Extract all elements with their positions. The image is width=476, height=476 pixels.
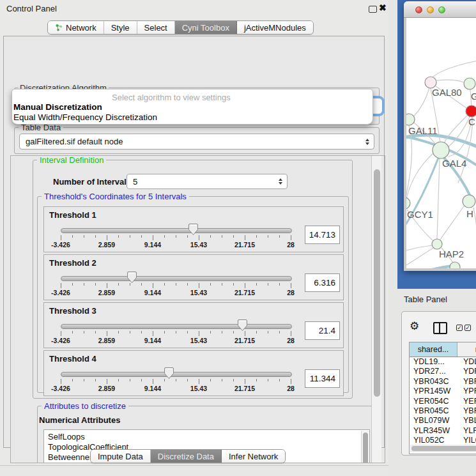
slider-thumb[interactable]	[127, 271, 137, 284]
tab-cyni-toolbox[interactable]: Cyni Toolbox	[175, 21, 237, 34]
network-edge[interactable]	[406, 245, 432, 256]
network-node-label: C	[468, 116, 475, 127]
threshold-value-field[interactable]: 11.344	[305, 369, 340, 388]
checkbox-icon[interactable]: ✓	[456, 325, 463, 331]
tab-infer-network[interactable]: Infer Network	[222, 450, 285, 463]
threshold-4-panel: Threshold 4-3.4262.8599.14415.4321.71528…	[43, 350, 344, 396]
network-node-label: GAL4	[442, 158, 466, 169]
threshold-value-field[interactable]: 21.4	[305, 321, 340, 340]
network-edge[interactable]	[406, 248, 433, 268]
list-scrollbar[interactable]	[361, 431, 369, 463]
gear-icon[interactable]: ⚙	[410, 319, 419, 333]
tab-style[interactable]: Style	[104, 21, 137, 34]
table-row[interactable]: YBL079WYBL0	[410, 416, 476, 426]
vertical-scrollbar[interactable]	[371, 156, 381, 463]
stepper-icon	[279, 178, 282, 185]
tab-label: Cyni Toolbox	[182, 23, 229, 33]
threshold-rows: Threshold 1-3.4262.8599.14415.4321.71528…	[43, 206, 344, 398]
split-columns-icon[interactable]	[433, 322, 447, 334]
slider-ticks	[61, 235, 291, 241]
screen: Control Panel ✖ Network Style Select Cyn…	[0, 0, 476, 476]
threshold-label: Threshold 2	[49, 258, 96, 268]
stepper-icon	[365, 139, 369, 145]
network-edge[interactable]	[440, 205, 464, 240]
network-edge[interactable]	[406, 265, 457, 268]
network-node[interactable]	[406, 114, 415, 125]
attribute-list-item[interactable]: SelfLoops	[44, 432, 369, 442]
slider-thumb[interactable]	[164, 367, 174, 380]
slider-track[interactable]	[61, 276, 292, 281]
network-node[interactable]	[464, 78, 475, 89]
table-row[interactable]: YBR043CYBR0	[410, 377, 476, 387]
table-row[interactable]: YLR345WYLR3	[410, 426, 476, 436]
network-node[interactable]	[406, 197, 410, 209]
scrollbar-thumb[interactable]	[374, 169, 380, 397]
panel-title: Control Panel	[6, 4, 57, 13]
table-data-combobox[interactable]: galFiltered.sif default node	[19, 134, 374, 150]
network-node[interactable]	[466, 105, 476, 117]
algorithm-option-equal-width[interactable]: Equal Width/Frequency Discretization	[13, 112, 157, 122]
threshold-3-panel: Threshold 3-3.4262.8599.14415.4321.71528…	[43, 302, 344, 348]
num-intervals-combobox[interactable]: 5	[127, 174, 288, 189]
tab-label: Style	[111, 23, 130, 33]
tab-impute-data[interactable]: Impute Data	[91, 450, 151, 463]
threshold-label: Threshold 1	[49, 210, 96, 220]
scrollbar-thumb[interactable]	[411, 446, 476, 451]
network-node-label: GCY1	[407, 209, 433, 220]
network-edge[interactable]	[437, 158, 440, 239]
network-edge[interactable]	[436, 80, 464, 82]
horizontal-scrollbar[interactable]	[410, 445, 476, 452]
threshold-value-field[interactable]: 14.713	[305, 226, 340, 244]
table-row[interactable]: YDR27...YDR2	[410, 367, 476, 376]
network-edge[interactable]	[406, 158, 438, 240]
settings-scrollpane: Interval Definition Number of Intervals …	[10, 155, 385, 463]
float-window-icon[interactable]	[369, 6, 377, 13]
network-node-label: H	[466, 208, 473, 219]
algorithm-dropdown-popup: Select algorithm to view settings Manual…	[12, 89, 373, 125]
minimize-traffic-light[interactable]	[427, 6, 434, 13]
network-window-titlebar[interactable]	[404, 1, 476, 18]
slider-tick-labels: -3.4262.8599.14415.4321.71528	[61, 337, 291, 344]
network-node[interactable]	[432, 239, 442, 249]
column-header-name[interactable]: n...	[457, 342, 476, 357]
network-edge[interactable]	[414, 88, 429, 116]
network-edge[interactable]	[406, 153, 433, 199]
tab-discretize-data[interactable]: Discretize Data	[151, 450, 222, 463]
checkbox-icon[interactable]: ✓	[464, 325, 471, 331]
tab-select[interactable]: Select	[137, 21, 175, 34]
slider-thumb[interactable]	[237, 319, 248, 332]
network-node[interactable]	[450, 262, 460, 268]
network-node[interactable]	[463, 195, 475, 208]
slider-ticks	[61, 379, 291, 385]
slider-track[interactable]	[61, 228, 292, 233]
close-traffic-light[interactable]	[415, 6, 422, 13]
network-node-label: HAP2	[439, 249, 464, 259]
tab-network[interactable]: Network	[48, 21, 104, 34]
slider-tick-labels: -3.4262.8599.14415.4321.71528	[61, 241, 291, 249]
table-row[interactable]: YDL19...YDL1	[410, 357, 476, 367]
network-edge[interactable]	[433, 61, 476, 77]
bottom-strip	[0, 465, 388, 476]
table-row[interactable]: YER054CYER0	[410, 397, 476, 406]
bottom-tab-bar: Impute Data Discretize Data Infer Networ…	[90, 449, 286, 463]
num-intervals-value: 5	[127, 177, 279, 187]
slider-track[interactable]	[61, 324, 292, 329]
table-header: shared... n...	[410, 342, 476, 357]
column-header-shared[interactable]: shared...	[410, 342, 457, 357]
network-canvas[interactable]: GAL80GACGAL11GAL4HGCY1HAP2	[406, 18, 476, 268]
network-node[interactable]	[433, 142, 449, 158]
slider-thumb[interactable]	[188, 223, 199, 236]
table-row[interactable]: YPR145WYPR1	[410, 387, 476, 396]
zoom-traffic-light[interactable]	[438, 6, 445, 13]
numerical-attributes-label: Numerical Attributes	[39, 415, 120, 425]
close-icon[interactable]: ✖	[379, 3, 387, 13]
tab-label: Select	[144, 23, 167, 33]
slider-track[interactable]	[61, 372, 292, 377]
network-desktop: GAL80GACGAL11GAL4HGCY1HAP2	[397, 0, 476, 289]
threshold-value-field[interactable]: 6.316	[305, 273, 340, 292]
table-row[interactable]: YBR045CYBR0	[410, 406, 476, 416]
tab-jactivemnodules[interactable]: jActiveMNodules	[237, 21, 313, 34]
algorithm-option-manual[interactable]: Manual Discretization	[13, 102, 102, 112]
tab-label: Network	[66, 23, 96, 33]
network-edge[interactable]	[473, 208, 476, 249]
